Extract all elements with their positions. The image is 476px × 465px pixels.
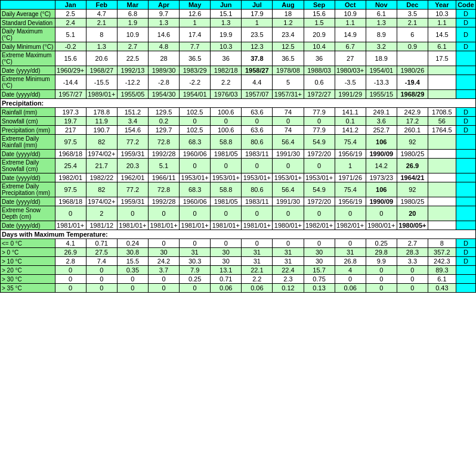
- data-cell: 0: [335, 275, 366, 284]
- data-cell: 1968/27: [86, 66, 117, 75]
- data-cell: 1980/05+: [397, 221, 428, 230]
- code-cell: [456, 66, 475, 75]
- data-cell: 1976/03: [211, 90, 242, 99]
- data-cell: 58.8: [211, 182, 242, 197]
- data-cell: 1962/01: [117, 173, 148, 182]
- data-cell: 0: [148, 284, 179, 293]
- data-cell: 0.06: [242, 284, 273, 293]
- data-cell: [428, 159, 456, 173]
- row-label: Extreme Daily Precipitation (mm): [1, 182, 55, 197]
- data-cell: 63.6: [242, 126, 273, 135]
- code-cell: [456, 150, 475, 159]
- data-cell: 22.5: [117, 51, 148, 66]
- data-cell: 80.6: [242, 135, 273, 150]
- data-cell: 1980/01+: [366, 221, 397, 230]
- data-cell: 1953/01+: [211, 173, 242, 182]
- data-cell: 1953/01+: [242, 173, 273, 182]
- data-cell: 15.7: [304, 266, 335, 275]
- data-cell: 6.1: [366, 10, 397, 18]
- data-cell: 17.9: [242, 10, 273, 18]
- data-cell: 92: [397, 135, 428, 150]
- data-cell: 129.5: [148, 108, 179, 117]
- data-cell: 102.5: [180, 108, 211, 117]
- data-cell: 3.4: [117, 117, 148, 126]
- data-cell: 151.2: [117, 108, 148, 117]
- data-cell: 77.9: [304, 108, 335, 117]
- data-cell: 1992/13: [117, 66, 148, 75]
- row-label: Daily Maximum (°C): [1, 27, 55, 42]
- data-cell: 0: [180, 206, 211, 221]
- data-cell: 1981/01+: [211, 221, 242, 230]
- data-cell: 0: [180, 239, 211, 248]
- data-cell: 1981/01+: [148, 221, 179, 230]
- data-cell: 17.2: [397, 117, 428, 126]
- data-cell: [428, 173, 456, 182]
- data-cell: 0: [273, 117, 304, 126]
- data-cell: 2.1: [86, 18, 117, 27]
- data-cell: 20.9: [304, 27, 335, 42]
- data-cell: 0: [304, 117, 335, 126]
- data-cell: 3.5: [397, 10, 428, 18]
- data-cell: 1.3: [211, 18, 242, 27]
- data-cell: 92: [397, 182, 428, 197]
- data-cell: -0.2: [55, 42, 86, 51]
- data-cell: [428, 135, 456, 150]
- data-cell: 0: [335, 239, 366, 248]
- data-cell: 357.2: [428, 248, 456, 257]
- data-cell: 17.4: [180, 27, 211, 42]
- data-cell: 20: [397, 206, 428, 221]
- data-cell: 0: [242, 206, 273, 221]
- data-cell: 1972/20: [304, 150, 335, 159]
- data-cell: 1956/19: [335, 150, 366, 159]
- code-cell: [456, 197, 475, 206]
- data-cell: 0: [211, 117, 242, 126]
- data-cell: 63.6: [242, 108, 273, 117]
- col-header-apr: Apr: [148, 1, 179, 10]
- data-cell: 8.9: [366, 27, 397, 42]
- data-cell: 0.06: [335, 284, 366, 293]
- data-cell: 0: [397, 266, 428, 275]
- data-cell: 100.6: [211, 126, 242, 135]
- data-cell: 1974/02+: [86, 150, 117, 159]
- data-cell: 0.1: [335, 117, 366, 126]
- data-cell: 97.5: [55, 182, 86, 197]
- data-cell: 0: [304, 206, 335, 221]
- data-cell: 1956/19: [335, 197, 366, 206]
- data-cell: 1954/30: [148, 90, 179, 99]
- data-cell: 0.25: [366, 239, 397, 248]
- data-cell: 31: [273, 248, 304, 257]
- data-cell: 8: [86, 27, 117, 42]
- data-cell: 82: [86, 182, 117, 197]
- data-cell: 129.7: [148, 126, 179, 135]
- data-cell: [428, 66, 456, 75]
- code-cell: [456, 275, 475, 284]
- row-label: Extreme Snow Depth (cm): [1, 206, 55, 221]
- data-cell: 23.5: [242, 27, 273, 42]
- data-cell: 72.8: [148, 135, 179, 150]
- data-cell: -2.8: [148, 75, 179, 90]
- data-cell: 1983/29: [180, 66, 211, 75]
- data-cell: [428, 197, 456, 206]
- data-cell: 56.4: [273, 135, 304, 150]
- data-cell: 154.6: [117, 126, 148, 135]
- data-cell: 20.6: [86, 51, 117, 66]
- data-cell: 74: [273, 108, 304, 117]
- data-cell: 31: [242, 248, 273, 257]
- col-header-dec: Dec: [397, 1, 428, 10]
- data-cell: 100.6: [211, 108, 242, 117]
- data-cell: 2.2: [211, 75, 242, 90]
- code-cell: D: [456, 257, 475, 266]
- data-cell: 106: [366, 182, 397, 197]
- data-cell: [428, 206, 456, 221]
- days-max-temp-section-header: Days with Maximum Temperature:: [1, 230, 476, 239]
- data-cell: 0: [242, 117, 273, 126]
- data-cell: 1992/28: [148, 197, 179, 206]
- data-cell: 1972/27: [304, 90, 335, 99]
- data-cell: 36: [304, 51, 335, 66]
- data-cell: 0.35: [117, 266, 148, 275]
- data-cell: 5.1: [55, 27, 86, 42]
- col-header-code: Code: [456, 1, 475, 10]
- data-cell: 54.9: [304, 182, 335, 197]
- data-cell: 30: [304, 248, 335, 257]
- data-cell: 6.1: [428, 42, 456, 51]
